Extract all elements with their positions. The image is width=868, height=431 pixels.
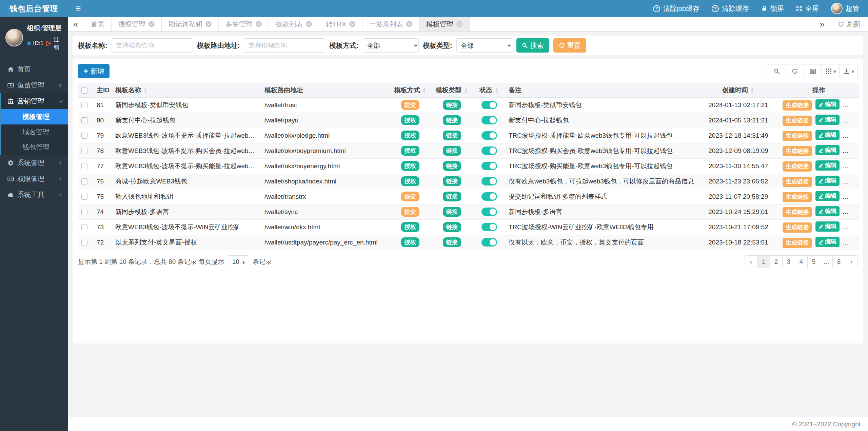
page-5[interactable]: 5 [807, 255, 820, 268]
edit-button[interactable]: 编辑 [815, 145, 840, 156]
column-header-type[interactable]: 模板类型▲▼ [431, 83, 473, 97]
edit-button[interactable]: 编辑 [815, 115, 840, 125]
page-size-select[interactable]: 10 ▴ [228, 255, 249, 268]
generate-link-button[interactable]: 生成链接 [783, 100, 812, 111]
tab-close-icon[interactable]: × [256, 21, 262, 27]
tab-home[interactable]: 首页 [84, 17, 112, 31]
tab-multisig[interactable]: 多签管理 × [219, 17, 269, 31]
tab-yibosha[interactable]: 一波杀列表 × [362, 17, 419, 31]
sidebar-toggle-button[interactable]: ≡ [68, 0, 89, 17]
columns-tool-button[interactable]: ▾ [822, 64, 840, 78]
generate-link-button[interactable]: 生成链接 [783, 161, 812, 172]
refresh-tool-button[interactable] [786, 64, 804, 78]
sidebar-item-permission[interactable]: 权限管理 [0, 171, 68, 187]
add-button[interactable]: +新增 [78, 64, 110, 78]
template-route-input[interactable] [244, 38, 325, 53]
tab-refresh-button[interactable]: 刷新 [830, 17, 868, 31]
page-2[interactable]: 2 [770, 255, 783, 268]
page-prev[interactable]: ‹ [745, 255, 757, 268]
template-type-select[interactable]: 全部 [456, 38, 512, 53]
tabs-scroll-left-icon[interactable]: « [68, 17, 84, 31]
export-tool-button[interactable]: ▾ [840, 64, 858, 78]
lock-screen-button[interactable]: 锁屏 [761, 4, 784, 13]
template-name-input[interactable] [112, 38, 193, 53]
tab-close-icon[interactable]: × [205, 21, 212, 27]
row-checkbox[interactable] [81, 240, 87, 246]
row-checkbox[interactable] [81, 194, 87, 200]
status-toggle[interactable] [481, 192, 497, 201]
column-header-created[interactable]: 创建时间▲▼ [698, 83, 778, 97]
delete-button[interactable]: ×删除 [844, 177, 860, 187]
page-1[interactable]: 1 [757, 255, 770, 268]
status-toggle[interactable] [481, 208, 497, 216]
status-toggle[interactable] [481, 101, 497, 109]
tabs-scroll-right-icon[interactable]: » [814, 17, 830, 31]
search-button[interactable]: 搜索 [516, 38, 549, 53]
generate-link-button[interactable]: 生成链接 [783, 222, 812, 233]
status-toggle[interactable] [481, 177, 497, 185]
generate-link-button[interactable]: 生成链接 [783, 131, 812, 141]
reset-button[interactable]: 重置 [553, 38, 586, 53]
toggle-view-tool-button[interactable] [804, 64, 822, 78]
tab-close-icon[interactable]: × [406, 21, 412, 27]
sidebar-subitem-template[interactable]: 模板管理 [1, 109, 68, 124]
page-8[interactable]: 8 [832, 255, 845, 268]
delete-button[interactable]: ×删除 [844, 100, 860, 111]
row-checkbox[interactable] [81, 224, 87, 230]
page-4[interactable]: 4 [795, 255, 808, 268]
sidebar-item-fish[interactable]: 鱼苗管理 [0, 77, 68, 93]
delete-button[interactable]: ×删除 [844, 192, 860, 202]
tab-auth[interactable]: 授权管理 × [112, 17, 162, 31]
status-toggle[interactable] [481, 146, 497, 155]
row-checkbox[interactable] [81, 133, 87, 139]
delete-button[interactable]: ×删除 [844, 238, 860, 248]
tab-withdraw[interactable]: 提款列表 × [269, 17, 319, 31]
sidebar-item-home[interactable]: 首页 [0, 61, 68, 77]
column-header-status[interactable]: 状态▲▼ [473, 83, 505, 97]
delete-button[interactable]: ×删除 [844, 161, 860, 172]
edit-button[interactable]: 编辑 [815, 206, 840, 217]
status-toggle[interactable] [481, 116, 497, 124]
tab-trx[interactable]: 转TRX × [319, 17, 362, 31]
generate-link-button[interactable]: 生成链接 [783, 207, 812, 218]
tab-close-icon[interactable]: × [149, 21, 155, 27]
sidebar-item-system[interactable]: 系统管理 [0, 155, 68, 171]
generate-link-button[interactable]: 生成链接 [783, 238, 812, 248]
logout-link[interactable]: 注销 [54, 36, 64, 51]
delete-button[interactable]: ×删除 [844, 146, 860, 157]
user-menu[interactable]: 超管 [831, 3, 859, 14]
sidebar-item-tools[interactable]: 系统工具 [0, 187, 68, 203]
page-3[interactable]: 3 [782, 255, 795, 268]
status-toggle[interactable] [481, 131, 497, 140]
search-tool-button[interactable] [768, 64, 786, 78]
clear-cache-button[interactable]: ?清除缓存 [712, 4, 749, 13]
delete-button[interactable]: ×删除 [844, 116, 860, 126]
page-next[interactable]: › [845, 255, 858, 268]
edit-button[interactable]: 编辑 [815, 130, 840, 140]
generate-link-button[interactable]: 生成链接 [783, 177, 812, 187]
generate-link-button[interactable]: 生成链接 [783, 116, 812, 126]
clear-job-cache-button[interactable]: ?清除job缓存 [653, 4, 699, 13]
tab-mnemonic[interactable]: 助记词私钥 × [162, 17, 219, 31]
edit-button[interactable]: 编辑 [815, 191, 840, 201]
row-checkbox[interactable] [81, 148, 87, 154]
tab-close-icon[interactable]: × [349, 21, 355, 27]
logout-icon[interactable] [45, 40, 52, 46]
edit-button[interactable]: 编辑 [815, 221, 840, 232]
generate-link-button[interactable]: 生成链接 [783, 146, 812, 157]
edit-button[interactable]: 编辑 [815, 176, 840, 186]
status-toggle[interactable] [481, 223, 497, 231]
row-checkbox[interactable] [81, 117, 87, 123]
delete-button[interactable]: ×删除 [844, 207, 860, 218]
tab-close-icon[interactable]: × [306, 21, 312, 27]
delete-button[interactable]: ×删除 [844, 222, 860, 233]
column-header-name[interactable]: 模板名称▲▼ [112, 83, 261, 97]
edit-button[interactable]: 编辑 [815, 237, 840, 247]
row-checkbox[interactable] [81, 178, 87, 184]
status-toggle[interactable] [481, 238, 497, 247]
tab-close-icon[interactable]: × [456, 21, 462, 27]
tab-template[interactable]: 模板管理 × [419, 17, 470, 31]
fullscreen-button[interactable]: 全屏 [796, 4, 819, 13]
sidebar-subitem-domain[interactable]: 域名管理 [1, 124, 68, 140]
delete-button[interactable]: ×删除 [844, 131, 860, 141]
